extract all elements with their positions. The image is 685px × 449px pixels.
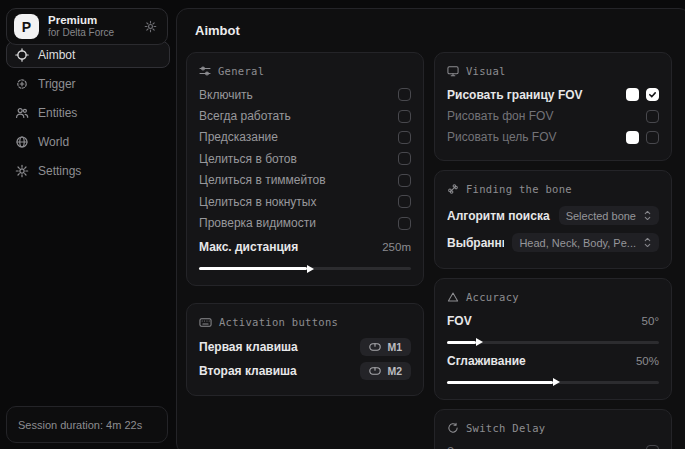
checkbox[interactable] bbox=[646, 445, 659, 449]
setting-value: 50° bbox=[642, 315, 659, 327]
sidebar-item-label: Trigger bbox=[38, 77, 76, 91]
checkbox[interactable] bbox=[398, 152, 411, 165]
setting-row-target-teammates: Целиться в тиммейтов bbox=[199, 170, 411, 191]
sidebar-item-label: World bbox=[38, 135, 69, 149]
section-title: Accuracy bbox=[466, 291, 519, 303]
checkbox[interactable] bbox=[398, 195, 411, 208]
slider-thumb[interactable] bbox=[307, 265, 314, 273]
sidebar-item-entities[interactable]: Entities bbox=[6, 99, 170, 126]
crosshair-icon bbox=[15, 48, 29, 62]
license-subtitle: for Delta Force bbox=[48, 27, 135, 39]
sidebar-item-aimbot[interactable]: Aimbot bbox=[6, 41, 170, 68]
trigger-icon bbox=[15, 77, 29, 91]
finding-bone-card: Finding the bone Алгоритм поиска костей … bbox=[434, 170, 672, 269]
rotate-clock-icon bbox=[447, 422, 459, 434]
setting-label: Целиться в нокнутых bbox=[199, 195, 316, 209]
general-card: General Включить Всегда работать Предска… bbox=[186, 52, 424, 286]
visual-card: Visual Рисовать границу FOV Рисовать фон… bbox=[434, 52, 672, 161]
triangle-icon bbox=[447, 291, 459, 303]
checkbox[interactable] bbox=[398, 174, 411, 187]
main-panel: Aimbot General Включить bbox=[176, 8, 685, 449]
setting-row-fov: FOV 50° bbox=[447, 310, 659, 331]
accuracy-card: Accuracy FOV 50° Сглаживание 50% bbox=[434, 278, 672, 400]
gear-icon[interactable] bbox=[144, 20, 157, 33]
setting-label: Проверка видимости bbox=[199, 216, 316, 230]
sidebar-item-settings[interactable]: Settings bbox=[6, 157, 170, 184]
setting-label: Алгоритм поиска костей bbox=[447, 209, 551, 223]
checkbox[interactable] bbox=[646, 88, 659, 101]
setting-label: Макс. дистанция bbox=[199, 240, 298, 254]
max-distance-slider[interactable] bbox=[199, 267, 411, 270]
session-duration: Session duration: 4m 22s bbox=[6, 406, 168, 443]
sidebar: P Premium for Delta Force Category Aimbo… bbox=[0, 0, 176, 449]
setting-label: Рисовать фон FOV bbox=[447, 109, 553, 123]
color-swatch[interactable] bbox=[626, 131, 639, 144]
setting-row-bone-algorithm: Алгоритм поиска костей Selected bone bbox=[447, 202, 659, 229]
license-card[interactable]: P Premium for Delta Force bbox=[6, 8, 168, 45]
sidebar-item-trigger[interactable]: Trigger bbox=[6, 70, 170, 97]
setting-row-smoothing: Сглаживание 50% bbox=[447, 351, 659, 372]
app-logo: P bbox=[14, 14, 39, 39]
license-title: Premium bbox=[48, 14, 135, 27]
selected-bones-select[interactable]: Head, Neck, Body, Pe... bbox=[512, 233, 659, 252]
sidebar-item-label: Aimbot bbox=[38, 48, 75, 62]
fov-slider[interactable] bbox=[447, 341, 659, 344]
checkbox[interactable] bbox=[398, 110, 411, 123]
setting-value: 250m bbox=[382, 241, 411, 253]
mouse-icon bbox=[369, 343, 381, 351]
setting-label: FOV bbox=[447, 314, 472, 328]
globe-icon bbox=[15, 135, 29, 149]
keyboard-icon bbox=[199, 317, 212, 328]
keybind-button-m1[interactable]: M1 bbox=[360, 338, 411, 356]
setting-row-target-bots: Целиться в ботов bbox=[199, 148, 411, 169]
checkbox[interactable] bbox=[398, 88, 411, 101]
unfold-icon bbox=[643, 237, 652, 248]
checkbox[interactable] bbox=[646, 131, 659, 144]
setting-value: 50% bbox=[636, 355, 659, 367]
section-title: Finding the bone bbox=[466, 183, 572, 195]
keybind-button-m2[interactable]: M2 bbox=[360, 362, 411, 380]
keybind-label: M1 bbox=[387, 341, 402, 353]
slider-thumb[interactable] bbox=[476, 338, 483, 346]
setting-row-always-work: Всегда работать bbox=[199, 105, 411, 126]
setting-label: Всегда работать bbox=[199, 109, 291, 123]
sidebar-item-world[interactable]: World bbox=[6, 128, 170, 155]
sliders-icon bbox=[199, 65, 211, 77]
checkbox[interactable] bbox=[398, 131, 411, 144]
checkbox[interactable] bbox=[398, 217, 411, 230]
setting-row-target-knocked: Целиться в нокнутых bbox=[199, 191, 411, 212]
unfold-icon bbox=[643, 210, 652, 221]
page-title: Aimbot bbox=[195, 23, 676, 38]
select-value: Head, Neck, Body, Pe... bbox=[519, 237, 636, 249]
visual-header: Visual bbox=[447, 65, 659, 77]
setting-row-enable: Включить bbox=[199, 84, 411, 105]
slider-thumb[interactable] bbox=[553, 378, 560, 386]
bone-header: Finding the bone bbox=[447, 183, 659, 195]
setting-row-prediction: Предсказание bbox=[199, 127, 411, 148]
bone-algorithm-select[interactable]: Selected bone bbox=[559, 206, 659, 225]
setting-row-switch-delay-toggle: Задержка переключения bbox=[447, 441, 659, 449]
setting-label: Выбранные кости bbox=[447, 236, 504, 250]
smoothing-slider[interactable] bbox=[447, 381, 659, 384]
setting-label: Сглаживание bbox=[447, 354, 526, 368]
color-swatch[interactable] bbox=[626, 88, 639, 101]
setting-row-max-distance: Макс. дистанция 250m bbox=[199, 237, 411, 258]
select-value: Selected bone bbox=[566, 210, 636, 222]
section-title: General bbox=[218, 65, 264, 77]
bone-icon bbox=[447, 183, 459, 195]
checkbox[interactable] bbox=[646, 110, 659, 123]
setting-row-second-key: Вторая клавиша M2 bbox=[199, 359, 411, 383]
setting-label: Первая клавиша bbox=[199, 340, 298, 354]
setting-row-visibility-check: Проверка видимости bbox=[199, 212, 411, 233]
settings-gear-icon bbox=[15, 164, 29, 178]
sidebar-item-label: Entities bbox=[38, 106, 77, 120]
setting-row-draw-fov-background: Рисовать фон FOV bbox=[447, 105, 659, 126]
setting-label: Рисовать цель FOV bbox=[447, 130, 557, 144]
setting-label: Целиться в тиммейтов bbox=[199, 173, 326, 187]
setting-label: Целиться в ботов bbox=[199, 152, 297, 166]
keybind-label: M2 bbox=[387, 365, 402, 377]
users-icon bbox=[15, 106, 29, 120]
setting-row-draw-fov-target: Рисовать цель FOV bbox=[447, 127, 659, 148]
setting-label: Предсказание bbox=[199, 130, 278, 144]
setting-label: Включить bbox=[199, 88, 253, 102]
